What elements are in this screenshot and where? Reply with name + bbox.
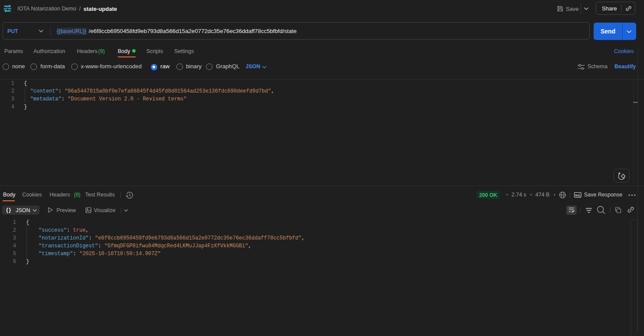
svg-text:HTTP: HTTP — [4, 7, 11, 11]
